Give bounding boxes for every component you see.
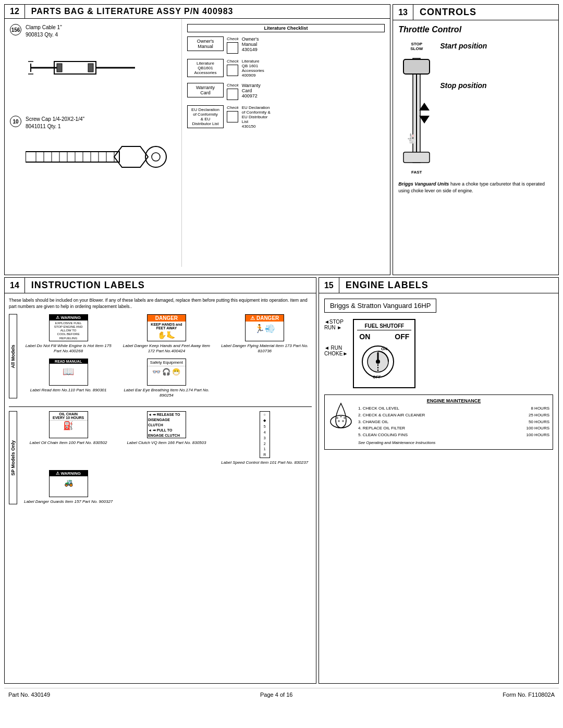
svg-text:OFF: OFF: [373, 375, 381, 379]
section-12-title: PARTS BAG & LITERATURE ASSY P/N 400983: [25, 5, 240, 18]
label-danger-hands-caption: Label Danger Keep Hands and Feet Away It…: [119, 343, 213, 354]
run-choke-text: ◄ RUNCHOKE►: [324, 345, 348, 356]
speed-control-visual: ○ ◆ 5 4 3 2 1 R: [260, 411, 270, 458]
engine-maintenance-box: ENGINE MAINTENANCE 1. CHECK OIL LEVEL 8 …: [324, 394, 553, 450]
clutch-box: ◄ ➡ RELEASE TO DISENGAGE CLUTCH ◄ ➡ PULL…: [147, 411, 186, 438]
svg-rect-3: [57, 64, 62, 72]
fuel-shutoff-area: ◄STOPRUN ► ◄ RUNCHOKE► FUEL SHUTOFF ON O…: [324, 319, 553, 388]
lit-row-1: Owner'sManual Check Owner'sManual430149: [187, 36, 385, 54]
label-danger-flying-caption: Label Danger Flying Material Item 173 Pa…: [218, 343, 312, 354]
section-15-header: 15 ENGINE LABELS: [319, 278, 558, 293]
svg-marker-28: [419, 116, 430, 124]
lit-check-4: Check: [227, 105, 239, 122]
oil-drop-icon: [328, 398, 354, 429]
oil-icon-area: [328, 398, 354, 446]
section-14-header: 14 INSTRUCTION LABELS: [5, 278, 316, 293]
section-15-number: 15: [319, 278, 339, 293]
sec12-parts: 156 Clamp Cable 1" 900813 Qty. 4: [5, 19, 182, 267]
danger-flying-box: ⚠ DANGER 🏃💨: [245, 314, 284, 341]
svg-rect-26: [403, 152, 430, 163]
label-danger-hands-feet: DANGER KEEP HANDS and FEET AWAY ✋🦶 Label…: [119, 314, 213, 354]
throttle-control-title: Throttle Control: [398, 24, 553, 34]
sp-label-clutch: ◄ ➡ RELEASE TO DISENGAGE CLUTCH ◄ ➡ PULL…: [119, 411, 213, 465]
fuel-off-label: OFF: [395, 332, 409, 341]
briggs-vanguard-text: Briggs Vanguard Units have a choke type …: [398, 181, 553, 194]
lit-row-4: EU Declarationof Conformity& EUDistribut…: [187, 105, 385, 129]
section-14-number: 14: [5, 278, 25, 293]
section-13-number: 13: [393, 5, 413, 20]
all-models-area: All Models ⚠ WARNING EXPLOSIVE FUELSTOP …: [9, 314, 312, 399]
maint-item-5: 5. CLEAN COOLING FINS 100 HOURS: [358, 432, 549, 439]
part-10-info: Screw Cap 1/4-20X2-1/4" 8041011 Qty. 1: [26, 116, 84, 130]
maint-item-3: 3. CHANGE OIL 50 HOURS: [358, 419, 549, 426]
sp-label-danger-guards-caption: Label Danger Guards Item 157 Part No. 90…: [24, 499, 113, 504]
label-read: READ MANUAL 📖 Label Read item No.110 Par…: [21, 359, 115, 399]
check-box-1[interactable]: [227, 42, 238, 54]
engine-model-box: Briggs & Stratton Vanguard 16HP: [324, 299, 436, 313]
danger-hands-feet-box: DANGER KEEP HANDS and FEET AWAY ✋🦶: [147, 314, 186, 341]
label-ear-eye: Safety Equipment 👓🎧😷 Label Ear Eye Breat…: [119, 359, 213, 399]
section-15-title: ENGINE LABELS: [339, 278, 435, 293]
screw-cap-diagram: [26, 144, 172, 170]
cable-clamp-diagram: [26, 52, 140, 83]
throttle-diagram: Throttle Control STOPSLOW: [398, 24, 553, 194]
ear-eye-box: Safety Equipment 👓🎧😷: [147, 359, 186, 386]
label-read-caption: Label Read item No.110 Part No. 890301: [30, 388, 107, 393]
svg-rect-24: [403, 59, 430, 74]
bottom-row: 14 INSTRUCTION LABELS These labels shoul…: [4, 277, 559, 684]
footer-part-no: Part No. 430149: [8, 692, 50, 698]
page: 12 PARTS BAG & LITERATURE ASSY P/N 40098…: [0, 0, 563, 705]
page-footer: Part No. 430149 Page 4 of 16 Form No. F1…: [4, 688, 559, 701]
sp-models-grid: OIL CHAINEVERY 10 HOURS ⛽ Label Oil Chai…: [21, 411, 312, 504]
sp-label-oil-chain: OIL CHAINEVERY 10 HOURS ⛽ Label Oil Chai…: [21, 411, 115, 465]
label-do-not-fill: ⚠ WARNING EXPLOSIVE FUELSTOP ENGINE AND …: [21, 314, 115, 354]
part-156-bubble: 156: [10, 24, 21, 35]
lit-row-2: LiteratureQB1601Accessories Check Litera…: [187, 59, 385, 78]
sec12-literature: Literature Checklist Owner'sManual Check…: [182, 19, 390, 267]
fuel-valve-diagram: ON OFF: [357, 341, 399, 382]
instruction-intro: These labels should be included on your …: [9, 298, 312, 310]
fuel-shutoff-title: FUEL SHUTOFF: [357, 323, 411, 330]
stop-run-text: ◄STOPRUN ►: [324, 319, 344, 330]
section-14: 14 INSTRUCTION LABELS These labels shoul…: [4, 277, 316, 684]
label-do-not-fill-caption: Label Do Not Fill While Engine Is Hot It…: [21, 343, 115, 354]
danger-guards-box: ⚠ WARNING 🚜: [49, 470, 88, 497]
check-box-3[interactable]: [227, 89, 238, 100]
sp-models-label: SP Models Only: [9, 411, 17, 504]
part-10: 10 Screw Cap 1/4-20X2-1/4" 8041011 Qty. …: [10, 116, 176, 130]
svg-marker-27: [419, 103, 430, 110]
label-ear-eye-caption: Label Ear Eye Breathing Item No.174 Part…: [119, 388, 213, 399]
footer-page: Page 4 of 16: [260, 692, 292, 698]
svg-point-42: [342, 420, 344, 422]
sp-label-speed-caption: Label Speed Control Item 101 Part No. 83…: [221, 460, 308, 465]
run-choke-row: ◄ RUNCHOKE►: [324, 345, 348, 356]
check-box-2[interactable]: [227, 65, 238, 76]
all-models-label: All Models: [9, 314, 17, 399]
read-box: READ MANUAL 📖: [49, 359, 88, 386]
section-12: 12 PARTS BAG & LITERATURE ASSY P/N 40098…: [4, 4, 390, 275]
lit-box-eu-left: EU Declarationof Conformity& EUDistribut…: [187, 105, 224, 128]
top-row: 12 PARTS BAG & LITERATURE ASSY P/N 40098…: [4, 4, 559, 275]
lit-box-warranty-left: WarrantyCard: [187, 83, 224, 97]
section-12-number: 12: [5, 5, 25, 18]
section-14-title: INSTRUCTION LABELS: [25, 278, 151, 293]
part-10-bubble: 10: [10, 116, 21, 127]
section-12-header: 12 PARTS BAG & LITERATURE ASSY P/N 40098…: [5, 5, 390, 19]
section-14-content: These labels should be included on your …: [5, 293, 316, 509]
oil-chain-box: OIL CHAINEVERY 10 HOURS ⛽: [49, 411, 88, 438]
fast-label: FAST: [411, 170, 422, 175]
lit-desc-eu: EU Declarationof Conformity &EU Distribu…: [242, 105, 289, 129]
maintenance-note: See Operating and Maintenance Instructio…: [358, 440, 549, 446]
svg-point-41: [338, 420, 340, 422]
sp-label-clutch-caption: Label Clutch VQ Item 166 Part No. 830503: [127, 440, 206, 446]
engine-maintenance-title: ENGINE MAINTENANCE: [358, 398, 549, 403]
lit-check-2: Check: [227, 59, 239, 76]
stop-run-row: ◄STOPRUN ►: [324, 319, 348, 330]
sp-models-area: SP Models Only OIL CHAINEVERY 10 HOURS ⛽…: [9, 406, 312, 504]
lit-check-1: Check: [227, 36, 239, 54]
start-position-label: Start position: [440, 42, 553, 50]
lit-desc-owners-manual: Owner'sManual430149: [242, 36, 289, 52]
maintenance-items: 1. CHECK OIL LEVEL 8 HOURS 2. CHECK & CL…: [358, 405, 549, 446]
check-box-4[interactable]: [227, 111, 238, 122]
throttle-lever-svg: 🐇: [398, 53, 435, 168]
